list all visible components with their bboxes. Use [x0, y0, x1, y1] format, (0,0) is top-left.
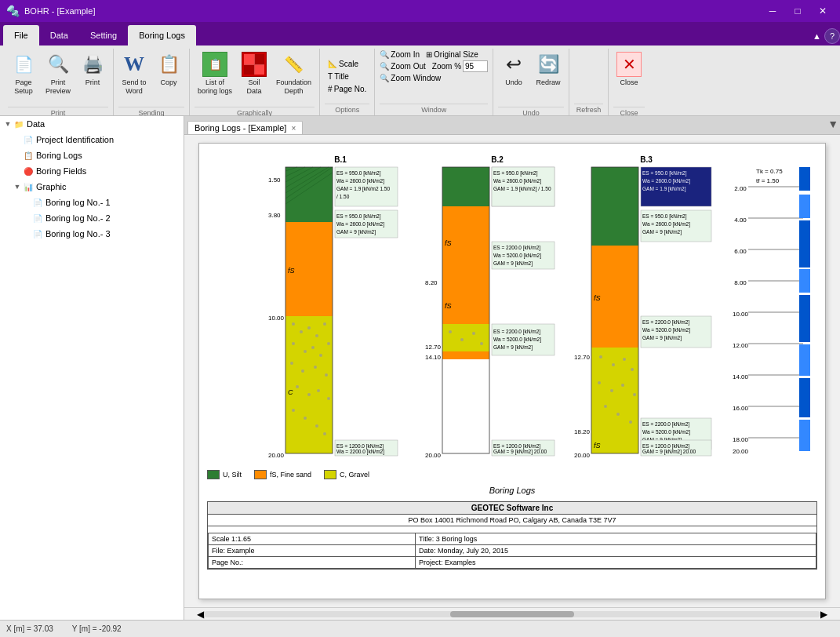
svg-rect-85: [442, 167, 489, 206]
svg-text:/ 1.50: / 1.50: [336, 194, 350, 199]
footer-title: Title: 3 Boring logs: [416, 533, 816, 545]
svg-point-141: [621, 384, 624, 387]
original-size-label: Original Size: [434, 50, 478, 59]
minimize-button[interactable]: ─: [762, 0, 784, 22]
boring-log-2-label: Boring log No.- 2: [45, 213, 111, 223]
tab-setting[interactable]: Setting: [79, 25, 128, 46]
title-bar-left: 🔩 BOHR - [Example]: [6, 5, 95, 17]
sidebar-item-boring-fields[interactable]: 🔴 Boring Fields: [0, 163, 184, 179]
zoom-in-button[interactable]: 🔍 Zoom In: [380, 50, 420, 59]
redraw-label: Redraw: [536, 78, 561, 87]
window-title: BOHR - [Example]: [24, 6, 95, 16]
undo-label: Undo: [505, 78, 522, 87]
close-window-button[interactable]: ✕: [812, 0, 834, 22]
soil-data-button[interactable]: SoilData: [238, 50, 270, 105]
title-option[interactable]: T Title: [325, 71, 352, 82]
svg-text:10.00: 10.00: [733, 311, 749, 318]
sidebar-item-project-identification[interactable]: 📄 Project Identification: [0, 132, 184, 147]
help-button[interactable]: ?: [824, 28, 840, 44]
svg-text:GAM = 1.9 [kN/m2 1.50: GAM = 1.9 [kN/m2 1.50: [336, 186, 390, 192]
svg-text:Wa = 5200.0 [kN/m2]: Wa = 5200.0 [kN/m2]: [493, 253, 541, 259]
svg-text:ES = 950.0 [kN/m2]: ES = 950.0 [kN/m2]: [642, 213, 687, 220]
tab-boring-logs[interactable]: Boring Logs: [128, 25, 196, 46]
scale-icon: 📐: [328, 60, 337, 68]
content-inner[interactable]: B.1 B.2 B.3 2.00 4.00 6.00 8.00 10.00 12…: [184, 135, 840, 607]
close-ribbon-icon: ✕: [616, 52, 642, 77]
svg-text:14.00: 14.00: [733, 373, 749, 380]
copy-button[interactable]: 📋 Copy: [153, 50, 184, 105]
svg-rect-122: [591, 206, 638, 246]
expand-placeholder5: [22, 198, 31, 207]
zoom-out-button[interactable]: 🔍 Zoom Out: [380, 60, 425, 72]
foundation-depth-button[interactable]: 📏 FoundationDepth: [273, 50, 315, 105]
sort-arrow[interactable]: ▼: [827, 118, 838, 130]
print-preview-button[interactable]: 🔍 PrintPreview: [42, 50, 74, 105]
footer-page-no: Page No.:: [209, 557, 416, 569]
svg-text:GAM = 9 [kN/m2]: GAM = 9 [kN/m2]: [642, 229, 682, 235]
scroll-track[interactable]: [204, 611, 820, 617]
scroll-left-btn[interactable]: ◀: [197, 609, 204, 620]
legend-gravel-label: C, Gravel: [340, 471, 369, 479]
scale-option[interactable]: 📐 Scale: [325, 58, 362, 70]
ribbon-help-area: ▲ ?: [813, 28, 840, 46]
svg-text:ES = 2200.0 [kN/m2]: ES = 2200.0 [kN/m2]: [493, 245, 540, 251]
svg-point-145: [629, 420, 632, 424]
list-of-boring-logs-button[interactable]: 📋 List ofboring logs: [195, 50, 235, 105]
svg-text:12.00: 12.00: [733, 342, 749, 349]
ribbon-group-sending: W Send toWord 📋 Copy Sending: [114, 49, 190, 115]
sidebar-item-boring-log-3[interactable]: 📄 Boring log No.- 3: [0, 226, 184, 242]
scroll-right-btn[interactable]: ▶: [820, 609, 827, 620]
original-size-button[interactable]: ⊞ Original Size: [426, 50, 478, 59]
list-boring-logs-label: List ofboring logs: [198, 78, 232, 96]
data-expand-icon[interactable]: ▼: [3, 119, 13, 129]
boring-document: B.1 B.2 B.3 2.00 4.00 6.00 8.00 10.00 12…: [198, 143, 826, 599]
zoom-window-button[interactable]: 🔍 Zoom Window: [380, 74, 441, 82]
original-size-icon: ⊞: [426, 50, 432, 59]
send-to-word-button[interactable]: W Send toWord: [118, 50, 150, 105]
redraw-button[interactable]: 🔄 Redraw: [533, 50, 564, 105]
x-coordinate: X [m] = 37.03: [6, 624, 53, 633]
svg-text:ES = 2200.0 [kN/m2]: ES = 2200.0 [kN/m2]: [493, 329, 540, 335]
ribbon-scroll-left[interactable]: ▲: [813, 31, 821, 41]
send-to-word-icon: W: [122, 52, 147, 77]
project-identification-icon: 📄: [22, 133, 35, 146]
list-boring-logs-icon: 📋: [202, 52, 227, 77]
undo-button[interactable]: ↩ Undo: [498, 50, 529, 105]
expand-placeholder: [13, 135, 22, 144]
print-button[interactable]: 🖨️ Print: [77, 50, 108, 105]
svg-text:Wa = 2600.0 [kN/m2]: Wa = 2600.0 [kN/m2]: [336, 221, 384, 228]
svg-text:18.20: 18.20: [574, 428, 591, 435]
sidebar-item-boring-log-1[interactable]: 📄 Boring log No.- 1: [0, 195, 184, 210]
svg-point-136: [612, 363, 615, 366]
redraw-icon: 🔄: [536, 52, 561, 77]
page-setup-button[interactable]: 📄 PageSetup: [8, 50, 39, 105]
svg-point-107: [449, 330, 452, 333]
svg-rect-30: [799, 420, 810, 451]
app-icon: 🔩: [6, 5, 20, 17]
ribbon-group-window-items: 🔍 Zoom In ⊞ Original Size 🔍 Zoom Out Zoo…: [380, 50, 488, 102]
close-ribbon-button[interactable]: ✕ Close: [613, 50, 645, 105]
sidebar-item-boring-log-2[interactable]: 📄 Boring log No.- 2: [0, 210, 184, 226]
sidebar-item-graphic[interactable]: ▼ 📊 Graphic: [0, 179, 184, 195]
horizontal-scrollbar[interactable]: ◀ ▶: [184, 607, 840, 620]
svg-point-67: [315, 424, 318, 428]
sidebar-item-data[interactable]: ▼ 📁 Data: [0, 116, 184, 132]
page-no-option[interactable]: # Page No.: [325, 83, 369, 95]
foundation-depth-icon: 📏: [282, 52, 307, 77]
sidebar-item-boring-logs[interactable]: 📋 Boring Logs: [0, 147, 184, 163]
scroll-thumb[interactable]: [450, 611, 573, 617]
graphic-expand-icon[interactable]: ▼: [13, 182, 22, 191]
status-bar: X [m] = 37.03 Y [m] = -20.92: [0, 620, 840, 637]
maximize-button[interactable]: □: [787, 0, 809, 22]
svg-text:10.00: 10.00: [268, 315, 285, 322]
svg-text:ES = 2200.0 [kN/m2]: ES = 2200.0 [kN/m2]: [642, 319, 689, 326]
print-icon: 🖨️: [80, 52, 105, 77]
tab-file[interactable]: File: [3, 25, 39, 46]
footer-row-3: Page No.: Project: Examples: [209, 557, 816, 569]
boring-logs-tab[interactable]: Boring Logs - [Example] ×: [187, 121, 303, 134]
tab-data[interactable]: Data: [39, 25, 79, 46]
boring-chart-svg: B.1 B.2 B.3 2.00 4.00 6.00 8.00 10.00 12…: [207, 151, 819, 465]
svg-point-138: [631, 368, 634, 371]
zoom-percent-input[interactable]: [463, 60, 488, 72]
boring-logs-tab-close[interactable]: ×: [291, 124, 296, 133]
